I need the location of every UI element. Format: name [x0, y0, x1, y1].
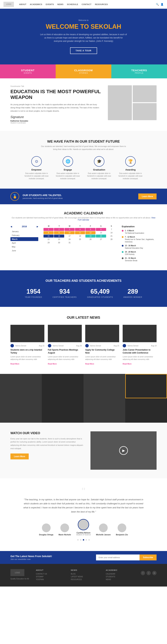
education-title: EDUCATION IS THE MOST POWERFUL WEAPON	[10, 89, 101, 100]
month-may[interactable]: May	[10, 245, 38, 249]
hero-cta-button[interactable]: TAKE A TOUR	[70, 47, 97, 54]
newsletter-email-input[interactable]	[96, 554, 140, 560]
month-march[interactable]: March	[10, 237, 38, 241]
cal-day-30[interactable]: 30	[54, 241, 64, 244]
cal-day-11[interactable]: 11	[75, 231, 85, 234]
cal-day-15[interactable]: 15	[43, 234, 54, 238]
cal-day-14[interactable]: 14	[106, 231, 117, 234]
cal-day-1[interactable]: 1	[43, 228, 54, 231]
cal-day-31[interactable]: 31	[65, 241, 75, 244]
cal-day-5[interactable]: 5	[85, 228, 96, 231]
category-teachers-profile[interactable]: TEACHERS PROFILE	[111, 64, 167, 78]
footer-link-resources[interactable]: RESOURCES	[71, 578, 99, 580]
cal-day-9[interactable]: 9	[54, 231, 64, 234]
news-read-more-4[interactable]: Read More	[123, 363, 132, 365]
cal-day-21[interactable]: 21	[106, 234, 117, 238]
footer-link-latest-news[interactable]: LATEST NEWS	[71, 576, 99, 578]
calendar-next-arrow[interactable]: ▶	[37, 225, 38, 228]
cal-day-8[interactable]: 8	[43, 231, 54, 234]
nav-academics[interactable]: ACADEMICS	[30, 3, 42, 6]
newsletter-subscribe-button[interactable]: Subscribe	[140, 554, 157, 560]
testimonial-person-1[interactable]: Douglas Ortega	[39, 524, 53, 536]
dot-3-active[interactable]	[83, 539, 84, 540]
cal-day-2[interactable]: 2	[54, 228, 64, 231]
news-read-more-2[interactable]: Read More	[48, 363, 57, 365]
cal-day-26[interactable]: 26	[85, 238, 96, 241]
nav-links: ABOUT ACADEMICS EVENTS NEWS SCHEDULE CON…	[19, 3, 156, 6]
dot-5[interactable]	[88, 539, 90, 540]
month-june[interactable]: June	[10, 249, 38, 252]
month-january[interactable]: January	[10, 230, 38, 233]
facebook-icon[interactable]: f	[141, 571, 145, 575]
cal-day-19[interactable]: 19	[85, 234, 96, 238]
footer-link-yoopian[interactable]: YOOPIAN	[36, 578, 64, 580]
dot-4[interactable]	[86, 539, 87, 540]
cal-day-17[interactable]: 17	[65, 234, 75, 238]
cal-day-4[interactable]: 4	[75, 228, 85, 231]
category-student-events[interactable]: STUDENT EVENTS	[0, 64, 56, 78]
cal-day-25[interactable]: 25	[75, 238, 85, 241]
cal-day-18[interactable]: 18	[75, 234, 85, 238]
gallery-item-6[interactable]	[42, 398, 83, 423]
category-classroom-stories[interactable]: CLASSROOM STORIES	[56, 64, 111, 78]
gallery-item-4-featured[interactable]	[125, 374, 167, 398]
cal-day-13[interactable]: 13	[96, 231, 106, 234]
news-read-more-1[interactable]: Read More	[10, 363, 19, 365]
footer-link-blog[interactable]: BLOG	[71, 573, 99, 575]
nav-schedule[interactable]: SCHEDULE	[67, 3, 78, 6]
nav-news[interactable]: NEWS	[57, 3, 63, 6]
cal-day-7[interactable]: 7	[106, 228, 117, 231]
play-button-icon[interactable]: ▶	[119, 446, 128, 455]
nav-logo[interactable]: LOGO	[3, 2, 14, 7]
nav-resources[interactable]: RESOURCES	[95, 3, 108, 6]
testimonial-person-4[interactable]: Michelle Jansen	[96, 524, 111, 536]
footer-link-contact[interactable]: CONTACT US	[36, 573, 64, 575]
nav-events[interactable]: EVENTS	[46, 3, 54, 6]
graduation-desc: Duis autem vulputate dolor in hendrerit …	[87, 172, 111, 180]
gallery-item-1[interactable]	[0, 374, 42, 398]
gallery-item-7[interactable]	[83, 398, 125, 423]
footer-link-sitemap[interactable]: SITEMAP	[36, 576, 64, 578]
talent-learn-more-button[interactable]: Learn More	[138, 194, 157, 200]
testimonial-person-5[interactable]: Benjamin Zio	[116, 524, 128, 536]
calendar-prev-arrow[interactable]: ◀	[10, 225, 12, 228]
legend-text-1: 1 - 6 March Yol National Examination	[125, 230, 144, 234]
footer-link-calendar[interactable]: CALENDAR	[106, 573, 134, 575]
cal-day-27[interactable]: 27	[96, 238, 106, 241]
month-february[interactable]: February	[10, 233, 38, 237]
dot-1[interactable]	[77, 539, 79, 540]
cal-day-16[interactable]: 16	[54, 234, 64, 238]
testimonial-person-2[interactable]: Marie Nichole	[58, 524, 71, 536]
nav-contact[interactable]: CONTACT	[82, 3, 91, 6]
user-icon[interactable]: 👤	[161, 3, 164, 6]
cal-day-28[interactable]: 28	[106, 238, 117, 241]
news-card-1: Ilainna Sensei Aug 15 Students were on a…	[10, 325, 44, 365]
footer-link-news[interactable]: NEWS	[106, 578, 134, 580]
gallery-item-3[interactable]	[83, 374, 125, 398]
search-icon[interactable]: 🔍	[156, 3, 159, 6]
cal-day-12[interactable]: 12	[85, 231, 96, 234]
video-player[interactable]: ▶	[90, 431, 157, 470]
gallery-item-8[interactable]	[125, 398, 167, 423]
dot-2[interactable]	[80, 539, 81, 540]
cal-day-24[interactable]: 24	[65, 238, 75, 241]
gallery-item-5[interactable]	[0, 398, 42, 423]
nav-about[interactable]: ABOUT	[19, 3, 26, 6]
news-date-1: Aug 15	[39, 345, 44, 347]
video-learn-more-button[interactable]: Learn More	[10, 454, 29, 460]
cal-day-22[interactable]: 22	[43, 238, 54, 241]
cal-day-3[interactable]: 3	[65, 228, 75, 231]
cal-day-6[interactable]: 6	[96, 228, 106, 231]
twitter-icon[interactable]: t	[147, 571, 151, 575]
footer-link-students[interactable]: STUDENTS	[106, 576, 134, 578]
education-section: Grandmaster Talk EDUCATION IS THE MOST P…	[0, 78, 167, 131]
news-read-more-3[interactable]: Read More	[85, 363, 94, 365]
cal-day-20[interactable]: 20	[96, 234, 106, 238]
cal-day-10[interactable]: 10	[65, 231, 75, 234]
cal-day-23[interactable]: 23	[54, 238, 64, 241]
gallery-item-2[interactable]	[42, 374, 83, 398]
instagram-icon[interactable]: in	[152, 571, 157, 575]
month-april[interactable]: April	[10, 241, 38, 245]
cal-day-29[interactable]: 29	[43, 241, 54, 244]
testimonial-person-3-active[interactable]: Cynthia Nelson Student of Science	[76, 519, 91, 536]
